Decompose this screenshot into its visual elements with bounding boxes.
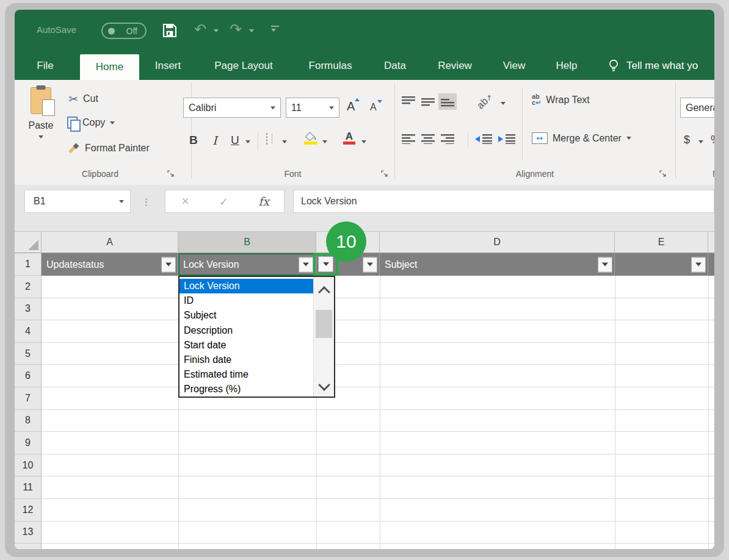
row-cells[interactable]: [42, 432, 714, 454]
cell-b1-selected[interactable]: Lock Version: [178, 253, 316, 276]
underline-dropdown-icon[interactable]: [245, 140, 250, 143]
font-size-combo[interactable]: 11: [286, 98, 339, 118]
align-right-button[interactable]: [441, 134, 454, 144]
redo-button[interactable]: ↷: [230, 22, 242, 37]
bold-button[interactable]: B: [189, 134, 198, 147]
column-header-b-selected[interactable]: B: [178, 232, 316, 253]
filter-button-c1[interactable]: [363, 257, 377, 272]
percent-button[interactable]: %: [711, 134, 714, 146]
tab-formulas[interactable]: Formulas: [309, 60, 352, 72]
tab-help[interactable]: Help: [556, 60, 578, 72]
dropdown-item[interactable]: ID: [180, 293, 313, 308]
align-middle-button[interactable]: [421, 96, 435, 106]
fill-color-dropdown-icon[interactable]: [322, 140, 327, 143]
column-header-d[interactable]: D: [380, 232, 615, 253]
format-painter-button[interactable]: Format Painter: [67, 142, 150, 154]
currency-dropdown-icon[interactable]: [698, 140, 703, 143]
row-header-1[interactable]: 1: [15, 253, 42, 276]
customize-quick-access-button[interactable]: [271, 26, 279, 32]
row-cells[interactable]: [42, 499, 714, 522]
row-cells[interactable]: [42, 522, 714, 544]
dropdown-item-selected[interactable]: Lock Version: [180, 279, 313, 293]
dropdown-item[interactable]: Progress (%): [180, 382, 313, 397]
row-cells[interactable]: [42, 387, 714, 410]
select-all-corner[interactable]: [15, 232, 42, 253]
column-header-e[interactable]: E: [615, 232, 708, 253]
enter-button[interactable]: ✓: [219, 195, 228, 208]
undo-dropdown-icon[interactable]: [214, 29, 219, 32]
row-header-6[interactable]: 6: [15, 365, 42, 387]
paste-button[interactable]: Paste: [22, 85, 60, 158]
scrollbar-thumb[interactable]: [316, 310, 332, 338]
dropdown-scrollbar[interactable]: [313, 277, 334, 397]
align-top-button[interactable]: [402, 96, 415, 106]
tab-home-active[interactable]: Home: [80, 54, 139, 80]
formula-bar-resize-handle[interactable]: [145, 197, 147, 207]
align-bottom-button-selected[interactable]: [438, 93, 457, 110]
shrink-font-button[interactable]: A: [370, 102, 377, 113]
row-header-10[interactable]: 10: [15, 454, 42, 477]
tab-review[interactable]: Review: [438, 60, 472, 72]
row-header-7[interactable]: 7: [15, 387, 42, 410]
underline-button[interactable]: U: [231, 134, 239, 147]
cell-a1[interactable]: Updatestatus: [42, 253, 178, 276]
filter-button-b1[interactable]: [299, 257, 313, 272]
row-cells[interactable]: [42, 343, 714, 365]
tab-page-layout[interactable]: Page Layout: [214, 60, 272, 72]
cut-button[interactable]: ✂ Cut: [68, 92, 98, 106]
number-format-combo[interactable]: General: [680, 98, 714, 118]
align-center-button[interactable]: [421, 134, 435, 144]
borders-dropdown-icon[interactable]: [282, 140, 287, 143]
font-name-combo[interactable]: Calibri: [183, 98, 281, 118]
orientation-dropdown-icon[interactable]: [501, 102, 506, 105]
row-header-11[interactable]: 11: [15, 476, 42, 499]
cell-d1[interactable]: Subject: [380, 253, 615, 276]
merge-center-button[interactable]: ↔ Merge & Center: [532, 132, 631, 144]
row-header-3[interactable]: 3: [15, 298, 42, 321]
undo-button[interactable]: ↶: [194, 22, 206, 37]
decrease-indent-button[interactable]: [475, 134, 492, 144]
alignment-dialog-launcher[interactable]: [659, 170, 667, 178]
row-cells[interactable]: [42, 298, 714, 321]
italic-button[interactable]: I: [212, 134, 217, 147]
copy-button[interactable]: Copy: [67, 117, 115, 129]
dropdown-item[interactable]: Finish date: [180, 353, 313, 367]
row-cells[interactable]: [42, 276, 714, 298]
row-cells[interactable]: [42, 410, 714, 433]
dropdown-item[interactable]: Start date: [180, 338, 313, 353]
redo-dropdown-icon[interactable]: [249, 29, 254, 32]
row-cells[interactable]: [42, 476, 714, 499]
row-header-5[interactable]: 5: [15, 343, 42, 365]
font-color-dropdown-icon[interactable]: [361, 140, 366, 143]
tab-data[interactable]: Data: [384, 60, 406, 72]
row-header-9[interactable]: 9: [15, 432, 42, 454]
orientation-button[interactable]: ab↗: [475, 92, 495, 111]
borders-button[interactable]: [266, 133, 267, 145]
tab-view[interactable]: View: [503, 60, 526, 72]
font-dialog-launcher[interactable]: [381, 170, 388, 178]
fill-color-button[interactable]: [304, 132, 317, 145]
tell-me-search[interactable]: Tell me what yo: [626, 60, 698, 72]
row-header-2[interactable]: 2: [15, 276, 42, 298]
row-header-12[interactable]: 12: [15, 499, 42, 522]
row-header-4[interactable]: 4: [15, 320, 42, 343]
wrap-text-button[interactable]: abc↵ Wrap Text: [532, 93, 590, 106]
filter-button-a1[interactable]: [161, 257, 176, 272]
row-cells[interactable]: [42, 365, 714, 387]
scroll-up-icon[interactable]: [318, 286, 330, 298]
row-header-8[interactable]: 8: [15, 410, 42, 433]
autosave-toggle[interactable]: Off: [101, 23, 147, 39]
currency-button[interactable]: $: [684, 134, 690, 146]
dropdown-item[interactable]: Description: [180, 323, 313, 338]
align-left-button[interactable]: [402, 134, 415, 144]
scroll-down-icon[interactable]: [318, 379, 330, 391]
cell-e1[interactable]: [615, 253, 708, 276]
name-box[interactable]: B1: [24, 190, 131, 213]
row-cells[interactable]: [42, 320, 714, 343]
grow-font-button[interactable]: A: [347, 99, 355, 113]
clipboard-dialog-launcher[interactable]: [167, 170, 175, 178]
filter-button-d1[interactable]: [598, 257, 612, 272]
row-header-13[interactable]: 13: [15, 522, 42, 544]
increase-indent-button[interactable]: [498, 134, 515, 144]
filter-button-e1[interactable]: [691, 257, 706, 272]
